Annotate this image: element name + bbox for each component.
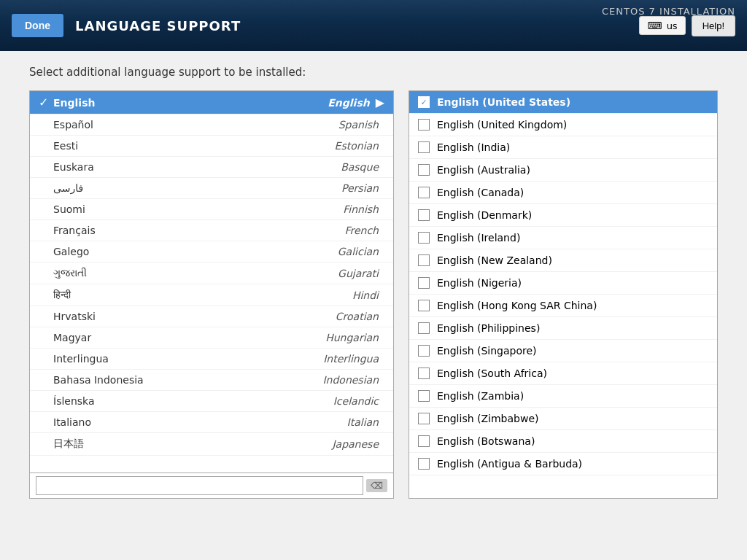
lang-english-name: Finnish <box>343 203 379 215</box>
lang-list-item[interactable]: ÍslenskaIcelandic <box>30 391 393 412</box>
keyboard-icon: ⌨ <box>647 20 662 31</box>
locale-name: English (Zambia) <box>437 390 524 402</box>
lang-english-name: Hindi <box>352 289 379 301</box>
locale-list-item[interactable]: English (Ireland) <box>409 227 717 249</box>
locale-checkbox[interactable] <box>418 458 430 470</box>
lang-native-name: Italiano <box>53 416 347 428</box>
lang-native-name: हिन्दी <box>53 289 352 301</box>
lang-list-item[interactable]: SuomiFinnish <box>30 199 393 220</box>
lang-native-name: Magyar <box>53 332 325 343</box>
lang-english-name: Spanish <box>338 119 379 131</box>
locale-name: English (Zimbabwe) <box>437 413 538 424</box>
search-bar: ⌫ <box>30 472 393 498</box>
lang-list-item[interactable]: فارسیPersian <box>30 178 393 199</box>
lang-list-item[interactable]: ✓EnglishEnglish▶ <box>30 91 393 114</box>
lang-english-name: Indonesian <box>322 374 379 386</box>
locale-list-item[interactable]: English (United Kingdom) <box>409 114 717 136</box>
lang-list-item[interactable]: हिन्दीHindi <box>30 284 393 306</box>
locale-name: English (Ireland) <box>437 232 520 244</box>
locale-name: English (Canada) <box>437 187 524 198</box>
lang-list-item[interactable]: EspañolSpanish <box>30 114 393 136</box>
locale-checkbox[interactable] <box>418 119 430 131</box>
done-button[interactable]: Done <box>12 14 63 37</box>
locale-checkbox[interactable] <box>418 322 430 334</box>
lang-list-item[interactable]: ગુજરાતીGujarati <box>30 262 393 284</box>
locale-list-item[interactable]: English (New Zealand) <box>409 249 717 272</box>
locale-checkbox[interactable] <box>418 277 430 289</box>
lang-list-item[interactable]: GalegoGalician <box>30 241 393 262</box>
lang-english-name: Hungarian <box>325 332 379 343</box>
locale-checkbox[interactable] <box>418 300 430 311</box>
lang-native-name: 日本語 <box>53 438 332 451</box>
lang-english-name: Persian <box>341 182 379 194</box>
lang-list-item[interactable]: ItalianoItalian <box>30 412 393 433</box>
lang-list-item[interactable]: HrvatskiCroatian <box>30 306 393 327</box>
locale-list-item[interactable]: English (Philippines) <box>409 317 717 340</box>
lang-list-item[interactable]: EuskaraBasque <box>30 157 393 178</box>
locale-checkbox[interactable] <box>418 209 430 221</box>
lang-list-item[interactable]: InterlinguaInterlingua <box>30 349 393 370</box>
lang-native-name: Galego <box>53 246 338 257</box>
locale-list-item[interactable]: English (India) <box>409 136 717 159</box>
locale-name: English (Singapore) <box>437 345 537 357</box>
locale-checkbox[interactable] <box>418 187 430 198</box>
locale-checkbox[interactable] <box>418 435 430 447</box>
locale-list-item[interactable]: English (Nigeria) <box>409 272 717 295</box>
locale-checkbox[interactable] <box>418 368 430 379</box>
locale-list-panel: ✓English (United States)English (United … <box>409 90 718 499</box>
lang-english-name: Gujarati <box>338 268 379 279</box>
lang-list-item[interactable]: FrançaisFrench <box>30 220 393 241</box>
help-button[interactable]: Help! <box>692 15 735 36</box>
locale-checkbox[interactable] <box>418 413 430 424</box>
locale-list-item[interactable]: English (Antigua & Barbuda) <box>409 453 717 475</box>
locale-name: English (Philippines) <box>437 322 540 334</box>
locale-name: English (United States) <box>437 96 570 108</box>
locale-name: English (United Kingdom) <box>437 119 567 131</box>
lang-list-item[interactable]: EestiEstonian <box>30 136 393 157</box>
lang-english-name: English <box>328 97 369 109</box>
locale-list-item[interactable]: ✓English (United States) <box>409 91 717 114</box>
locale-list-item[interactable]: English (Australia) <box>409 159 717 182</box>
centos-title: CENTOS 7 INSTALLATION <box>602 6 735 17</box>
lang-english-name: Basque <box>341 161 379 173</box>
lang-list-item[interactable]: Bahasa IndonesiaIndonesian <box>30 370 393 391</box>
locale-checkbox[interactable] <box>418 254 430 266</box>
locale-list-item[interactable]: English (Botswana) <box>409 430 717 453</box>
locale-checkbox[interactable]: ✓ <box>418 96 430 108</box>
main-content: Select additional language support to be… <box>0 51 747 560</box>
lang-native-name: ગુજરાતી <box>53 267 338 279</box>
locale-list-item[interactable]: English (Zambia) <box>409 385 717 408</box>
lang-native-name: Interlingua <box>53 353 323 365</box>
lang-english-name: French <box>344 225 379 236</box>
lang-native-name: Suomi <box>53 203 343 215</box>
page-instruction: Select additional language support to be… <box>29 66 718 79</box>
lang-list-item[interactable]: MagyarHungarian <box>30 327 393 349</box>
locale-list-item[interactable]: English (Denmark) <box>409 204 717 227</box>
header: Done LANGUAGE SUPPORT CENTOS 7 INSTALLAT… <box>0 0 747 51</box>
lang-native-name: فارسی <box>53 182 341 194</box>
header-left: Done LANGUAGE SUPPORT <box>12 14 241 37</box>
locale-list-item[interactable]: English (Hong Kong SAR China) <box>409 295 717 317</box>
locale-name: English (South Africa) <box>437 368 547 379</box>
locale-list-item[interactable]: English (South Africa) <box>409 362 717 385</box>
lang-list-item[interactable]: 日本語Japanese <box>30 433 393 456</box>
search-clear-button[interactable]: ⌫ <box>366 479 387 492</box>
locale-checkbox[interactable] <box>418 141 430 153</box>
lang-native-name: Hrvatski <box>53 311 336 322</box>
locale-checkbox[interactable] <box>418 164 430 176</box>
locale-list-item[interactable]: English (Zimbabwe) <box>409 408 717 430</box>
app-title: LANGUAGE SUPPORT <box>75 18 241 34</box>
locale-checkbox[interactable] <box>418 390 430 402</box>
search-input[interactable] <box>36 476 363 495</box>
lang-english-name: Galician <box>338 246 379 257</box>
lang-english-name: Croatian <box>336 311 379 322</box>
locale-checkbox[interactable] <box>418 345 430 357</box>
locale-list-item[interactable]: English (Singapore) <box>409 340 717 362</box>
lang-english-name: Interlingua <box>323 353 379 365</box>
keyboard-indicator[interactable]: ⌨ us <box>639 16 685 35</box>
lang-english-name: Italian <box>347 416 379 428</box>
locale-checkbox[interactable] <box>418 232 430 244</box>
locale-list-item[interactable]: English (Canada) <box>409 182 717 204</box>
lang-english-name: Estonian <box>335 140 379 152</box>
lang-native-name: Euskara <box>53 161 341 173</box>
